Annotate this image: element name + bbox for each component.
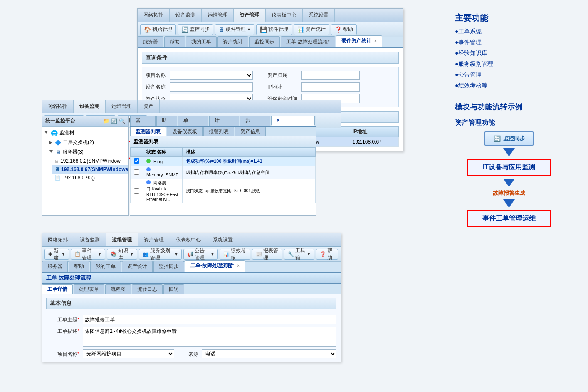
- toolbar-monitor-sync[interactable]: 🔄 监控同步: [178, 24, 213, 35]
- node-icon-0-67: 🖥: [54, 166, 59, 172]
- tab-asset-stats[interactable]: 资产统计: [217, 36, 248, 47]
- sub-tab-dashboard[interactable]: 设备仪表板: [167, 127, 203, 136]
- nav-dashboard[interactable]: 仪表板中心: [266, 9, 303, 22]
- nav-ops-manage[interactable]: 运维管理: [202, 9, 234, 22]
- bot-btn-report[interactable]: 📰报表管理: [252, 249, 282, 260]
- device-name-input[interactable]: [170, 82, 253, 92]
- bot-btn-help[interactable]: ❓帮助: [316, 249, 338, 260]
- sub-tab-monitor-list[interactable]: 监测器列表: [130, 127, 166, 136]
- mid-nav-device-monitor[interactable]: 设备监测: [74, 100, 106, 113]
- nav-network-topology[interactable]: 网络拓扑: [138, 9, 170, 22]
- bot-sub-tab-details[interactable]: 工单详情: [42, 284, 73, 294]
- monitor-row-memory[interactable]: Memory_SNMP 虚拟内存利用率(%)=5.26,虚拟内存总空间: [131, 166, 316, 179]
- nav-device-monitor[interactable]: 设备监测: [170, 9, 202, 22]
- asset-owner-input[interactable]: [301, 71, 360, 80]
- project-name-select[interactable]: [170, 71, 253, 80]
- sub-tab-alarm-list[interactable]: 报警列表: [203, 127, 234, 136]
- nic-cb[interactable]: [134, 188, 139, 194]
- bot-sub-tab-visit[interactable]: 回访: [163, 284, 184, 294]
- bot-tab-mywo[interactable]: 我的工单: [90, 261, 121, 272]
- bot-btn-event[interactable]: 📋事件管理 ▼: [71, 249, 105, 260]
- it-monitor-box: IT设备与应用监测: [467, 159, 551, 176]
- sync-button[interactable]: 🔄 监控同步: [484, 131, 534, 146]
- bot-btn-knowledge[interactable]: 📚知识库 ▼: [107, 249, 137, 260]
- monitor-row-ping[interactable]: Ping 包成功率(%)=100,往返时间(ms)=1.41: [131, 157, 316, 166]
- bot-nav-sysset[interactable]: 系统设置: [207, 233, 239, 246]
- device-name-label: 设备名称: [146, 84, 166, 91]
- bot-nav-asset[interactable]: 资产管理: [138, 233, 170, 246]
- bot-btn-sla[interactable]: 👥服务级别管理 ▼: [139, 249, 182, 260]
- wo-project-select[interactable]: 光纤网维护项目: [83, 349, 174, 358]
- bot-sub-tab-log[interactable]: 流转日志: [132, 284, 163, 294]
- tab-close-icon[interactable]: ×: [374, 39, 377, 43]
- feature-list: ●工单系统 ●事件管理 ●经验知识库 ●服务级别管理 ●公告管理 ●绩效考核等: [455, 28, 563, 89]
- mid-nav-ops[interactable]: 运维管理: [106, 100, 138, 113]
- tab-fault-flow[interactable]: 工单-故障处理流程*: [281, 36, 335, 47]
- bot-btn-tools[interactable]: 🔧工具箱 ▼: [284, 249, 314, 260]
- bot-tab-help[interactable]: 帮助: [69, 261, 89, 272]
- bot-toolbar: ✚新建 ▼ 📋事件管理 ▼ 📚知识库 ▼ 👥服务级别管理 ▼ 📢公告管理 ▼ 📊…: [42, 247, 341, 262]
- tab-server[interactable]: 服务器: [138, 36, 163, 47]
- bot-nav-device[interactable]: 设备监测: [74, 233, 106, 246]
- tree-icon-refresh[interactable]: 🔄: [111, 118, 117, 124]
- asset-mgmt-title: 资产管理功能: [455, 119, 563, 127]
- mid-nav-asset[interactable]: 资产: [138, 100, 160, 113]
- toolbar-init-mgmt[interactable]: 🏠 初始管理: [140, 24, 176, 35]
- tab-help-detail[interactable]: 帮助: [156, 116, 177, 126]
- ping-cb[interactable]: [134, 158, 139, 164]
- col-ip: IP地址: [349, 127, 398, 137]
- tab-ip-detail[interactable]: 192.168.0.67 ×: [271, 116, 315, 126]
- workorder-basic-info: 基本信息 工单主题* 工单描述* 集团信息部2-4#核心交换机故障维修申请 项目…: [42, 294, 341, 362]
- sub-tab-bar: 监测器列表 设备仪表板 报警列表 资产信息: [130, 127, 316, 136]
- bot-sub-tab-process[interactable]: 处理表单: [74, 284, 104, 294]
- ping-desc: 包成功率(%)=100,往返时间(ms)=1.41: [182, 157, 315, 166]
- tree-icon-search[interactable]: 🔍: [119, 118, 125, 124]
- tab-hardware-asset[interactable]: 硬件资产统计 ×: [336, 35, 382, 47]
- query-section-title: 查询条件: [142, 52, 399, 64]
- nav-asset-manage[interactable]: 资产管理: [234, 9, 266, 22]
- tree-node-192-0-90[interactable]: 📄 192.168.0.90(): [52, 174, 128, 182]
- tree-switch[interactable]: 🔷 二层交换机(2): [47, 138, 128, 147]
- wo-desc-textarea[interactable]: 集团信息部2-4#核心交换机故障维修申请: [83, 327, 336, 347]
- bot-tab-sync[interactable]: 监控同步: [153, 261, 184, 272]
- tab-sync-detail[interactable]: 监控同步: [240, 116, 270, 126]
- ip-input[interactable]: [301, 82, 360, 92]
- wo-source-select[interactable]: 电话: [202, 349, 336, 358]
- bot-nav-dashboard[interactable]: 仪表板中心: [170, 233, 207, 246]
- toolbar-software-mgmt[interactable]: 💾 软件管理: [256, 24, 292, 35]
- tab-workorder-detail[interactable]: 我的工单: [178, 116, 208, 126]
- tree-icon-folder[interactable]: 📁: [103, 118, 109, 124]
- tab-myworkorder[interactable]: 我的工单: [186, 36, 217, 47]
- feature-item-workorder: ●工单系统: [455, 28, 563, 35]
- tab-monitor-sync[interactable]: 监控同步: [249, 36, 280, 47]
- tree-node-192-0-2[interactable]: 🖥 192.168.0.2(SNMPWindow: [52, 157, 128, 165]
- tree-server[interactable]: 🖥 服务器(3): [47, 147, 128, 157]
- bot-nav-ops[interactable]: 运维管理: [106, 233, 138, 246]
- page-title-bar: 工单-故障处理流程: [42, 273, 341, 284]
- bot-tab-server[interactable]: 服务器: [42, 261, 68, 272]
- server-icon: 🖥: [56, 149, 61, 155]
- basic-info-title: 基本信息: [46, 298, 336, 309]
- memory-cb[interactable]: [134, 169, 139, 175]
- sub-tab-asset-info[interactable]: 资产信息: [235, 127, 266, 136]
- monitor-row-nic[interactable]: 网络接口:Realtek RTL8139C+ Fast Ethernet NIC…: [131, 179, 316, 203]
- bot-btn-new[interactable]: ✚新建 ▼: [44, 249, 69, 260]
- tree-root[interactable]: 🌐 监测树: [42, 128, 128, 138]
- bot-btn-announce[interactable]: 📢公告管理 ▼: [183, 249, 218, 260]
- tab-help[interactable]: 帮助: [164, 36, 185, 47]
- fault-tab-close[interactable]: ×: [237, 263, 240, 268]
- wo-subject-input[interactable]: [83, 315, 336, 324]
- mid-nav-topology[interactable]: 网络拓扑: [42, 100, 74, 113]
- nav-system-settings[interactable]: 系统设置: [303, 9, 335, 22]
- toolbar-asset-stats[interactable]: 📊 资产统计: [294, 24, 329, 35]
- tab-server-detail[interactable]: 服务器: [130, 116, 156, 126]
- bot-btn-perf[interactable]: 📊绩效考核: [220, 249, 250, 260]
- bot-tab-stats[interactable]: 资产统计: [122, 261, 153, 272]
- bot-nav-topology[interactable]: 网络拓扑: [42, 233, 74, 246]
- toolbar-help[interactable]: ❓ 帮助: [331, 24, 357, 35]
- bot-sub-tab-flow[interactable]: 流程图: [105, 284, 131, 294]
- tree-node-192-0-67[interactable]: 🖥 192.168.0.67(SNMPWindows): [52, 165, 128, 174]
- tab-stats-detail[interactable]: 资产统计: [209, 116, 240, 126]
- bot-tab-fault[interactable]: 工单-故障处理流程* ×: [185, 260, 245, 272]
- toolbar-hardware-mgmt[interactable]: 🖥 硬件管理 ▼: [215, 24, 254, 35]
